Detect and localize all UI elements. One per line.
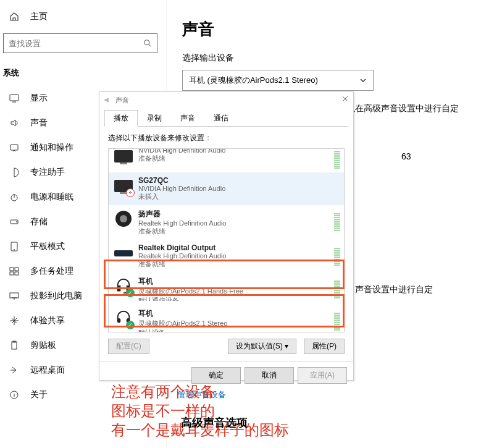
bg-link[interactable]: 管理声音设备 [178, 389, 226, 400]
ok-button[interactable]: 确定 [191, 367, 241, 384]
notify-icon [9, 143, 19, 153]
tab-comm[interactable]: 通信 [204, 110, 238, 127]
level-bars [334, 308, 340, 331]
nav-label: 专注助手 [30, 167, 65, 178]
tab-body: 选择以下播放设备来修改设置： NVIDIA High Definition Au… [99, 127, 353, 359]
svg-rect-9 [15, 268, 19, 271]
device-sub: Realtek High Definition Audio [138, 219, 339, 227]
device-status: 准备就绪 [138, 260, 339, 269]
tablet-icon [9, 242, 19, 251]
svg-point-18 [117, 318, 121, 323]
device-status: 默认设备 [138, 328, 339, 332]
device-status: 未插入 [138, 192, 339, 201]
device-sub: NVIDIA High Definition Audio [138, 185, 339, 192]
svg-rect-1 [10, 95, 19, 101]
device-name: 耳机 [138, 308, 339, 319]
home-label: 主页 [30, 11, 48, 22]
nav-label: 剪贴板 [30, 340, 56, 351]
section-header: 系统 [0, 62, 166, 86]
output-label: 选择输出设备 [182, 53, 479, 64]
sound-icon [9, 118, 19, 128]
dialog-action-row: 配置(C) 设为默认值(S) ▾ 属性(P) [108, 339, 345, 354]
btn-label: 设为默认值(S) [236, 342, 283, 350]
device-status: 准备就绪 [138, 154, 339, 163]
tab-sounds[interactable]: 声音 [171, 110, 204, 127]
device-status: 默认通信设备 [138, 296, 339, 301]
dialog-title: 声音 [115, 96, 129, 105]
about-icon [9, 390, 19, 400]
close-button[interactable] [341, 95, 350, 106]
digital-icon [114, 243, 133, 263]
clipboard-icon [9, 340, 19, 350]
sound-dialog: 声音 播放 录制 声音 通信 选择以下播放设备来修改设置： NVIDIA Hig… [99, 91, 354, 381]
device-row[interactable]: SG27QC NVIDIA High Definition Audio 未插入 [109, 172, 344, 205]
properties-button[interactable]: 属性(P) [304, 339, 345, 354]
svg-rect-10 [10, 272, 14, 275]
level-bars [334, 209, 340, 231]
chevron-down-icon [359, 77, 367, 84]
bg-advanced-title: 高级声音选项 [181, 415, 248, 430]
project-icon [9, 291, 19, 301]
page-title: 声音 [182, 19, 479, 40]
close-icon [341, 95, 350, 103]
select-value: 耳机 (灵魂橡胶のAirPods2.1 Stereo) [189, 75, 318, 86]
device-sub: NVIDIA High Definition Audio [138, 148, 339, 154]
tab-recording[interactable]: 录制 [138, 110, 171, 127]
device-name: SG27QC [138, 176, 339, 185]
power-icon [9, 192, 19, 202]
svg-point-5 [17, 222, 17, 222]
nav-label: 关于 [30, 389, 48, 400]
unplugged-badge [126, 188, 135, 197]
search-input[interactable] [9, 39, 132, 48]
device-sub: Realtek High Definition Audio [138, 252, 339, 260]
device-status: 准备就绪 [138, 227, 339, 236]
sound-dialog-icon [103, 96, 112, 104]
svg-point-16 [117, 286, 121, 291]
search-icon [143, 39, 152, 48]
device-sub: 灵魂橡胶のAirPods2.1 Hands-Free [138, 287, 339, 296]
nav-label: 平板模式 [30, 241, 65, 252]
device-row[interactable]: Realtek Digital Output Realtek High Defi… [109, 240, 344, 273]
svg-point-7 [14, 250, 15, 250]
configure-button[interactable]: 配置(C) [108, 339, 149, 354]
cancel-button[interactable]: 取消 [245, 367, 294, 384]
device-list[interactable]: NVIDIA High Definition Audio 准备就绪 SG27QC… [108, 148, 345, 332]
device-name: Realtek Digital Output [138, 243, 339, 252]
home-nav[interactable]: 主页 [0, 5, 166, 28]
device-row[interactable]: 扬声器 Realtek High Definition Audio 准备就绪 [109, 205, 344, 240]
nav-label: 多任务处理 [30, 266, 73, 277]
nav-label: 显示 [30, 93, 48, 104]
nav-label: 体验共享 [30, 315, 65, 326]
instruction-text: 选择以下播放设备来修改设置： [108, 133, 345, 143]
nav-label: 电源和睡眠 [30, 192, 73, 203]
nav-label: 存储 [30, 216, 48, 227]
monitor-icon [114, 176, 133, 196]
speaker-icon [114, 209, 133, 229]
check-badge: ✓ [126, 289, 135, 297]
device-row[interactable]: NVIDIA High Definition Audio 准备就绪 [109, 148, 344, 172]
nav-label: 通知和操作 [30, 142, 73, 153]
nav-label: 远程桌面 [30, 365, 65, 376]
share-icon [9, 316, 19, 326]
device-row-headset-hf[interactable]: ✓ 耳机 灵魂橡胶のAirPods2.1 Hands-Free 默认通信设备 [109, 273, 344, 305]
device-name: 扬声器 [138, 209, 339, 219]
search-input-wrapper[interactable] [3, 33, 157, 53]
svg-rect-11 [15, 272, 19, 275]
set-default-button[interactable]: 设为默认值(S) ▾ [228, 339, 296, 354]
svg-rect-12 [10, 293, 19, 298]
remote-icon [9, 365, 19, 375]
svg-rect-8 [10, 268, 14, 271]
volume-value: 63 [401, 151, 411, 161]
display-icon [9, 93, 19, 103]
device-sub: 灵魂橡胶のAirPods2.1 Stereo [138, 319, 339, 328]
device-row-headset-stereo[interactable]: ✓ 耳机 灵魂橡胶のAirPods2.1 Stereo 默认设备 [109, 305, 344, 332]
svg-rect-2 [10, 145, 18, 150]
svg-rect-13 [12, 342, 17, 349]
level-bars [334, 243, 340, 266]
focus-icon [9, 167, 19, 177]
apply-button[interactable]: 应用(A) [298, 367, 347, 384]
multitask-icon [9, 266, 19, 276]
output-device-select[interactable]: 耳机 (灵魂橡胶のAirPods2.1 Stereo) [182, 70, 374, 91]
tab-playback[interactable]: 播放 [104, 110, 138, 127]
dialog-titlebar: 声音 [99, 92, 353, 108]
